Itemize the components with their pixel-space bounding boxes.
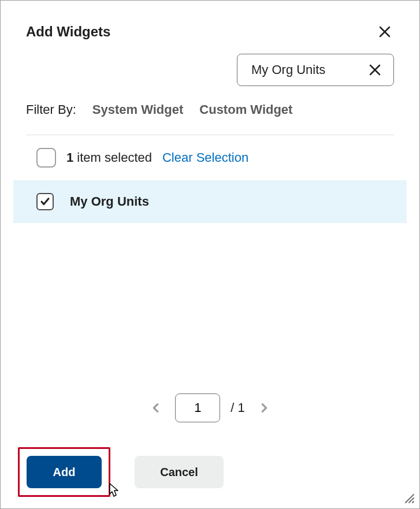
search-value: My Org Units: [251, 62, 325, 77]
select-all-checkbox[interactable]: [36, 148, 56, 168]
dialog-title: Add Widgets: [26, 24, 110, 40]
page-input[interactable]: [175, 393, 220, 422]
selection-count: 1: [66, 150, 73, 165]
next-page-button[interactable]: [255, 397, 273, 418]
filter-row: Filter By: System Widget Custom Widget: [26, 102, 394, 135]
resize-grip-icon[interactable]: [403, 492, 415, 504]
filter-label: Filter By:: [26, 102, 76, 117]
search-chip: My Org Units: [237, 54, 394, 86]
widget-result-row[interactable]: My Org Units: [13, 180, 407, 223]
selection-summary-row: 1 item selected Clear Selection: [26, 135, 394, 180]
chevron-left-icon: [150, 400, 162, 416]
close-icon: [368, 63, 382, 77]
annotation-highlight: Add: [18, 447, 110, 497]
svg-line-6: [412, 501, 414, 503]
close-button[interactable]: [376, 23, 394, 41]
pagination: / 1: [1, 393, 419, 422]
page-total: / 1: [231, 400, 244, 415]
cursor-icon: [105, 482, 120, 500]
prev-page-button[interactable]: [147, 397, 165, 418]
filter-system-widget[interactable]: System Widget: [92, 102, 184, 117]
cancel-button[interactable]: Cancel: [135, 456, 224, 488]
chevron-right-icon: [258, 400, 270, 416]
widget-name: My Org Units: [70, 194, 149, 209]
filter-custom-widget[interactable]: Custom Widget: [199, 102, 292, 117]
clear-search-button[interactable]: [367, 62, 383, 78]
close-icon: [378, 25, 392, 39]
selection-count-text: 1 item selected: [66, 150, 152, 165]
add-button[interactable]: Add: [27, 456, 102, 488]
selection-suffix: item selected: [73, 150, 152, 165]
widget-checkbox[interactable]: [36, 193, 54, 210]
dialog-actions: Add Cancel: [18, 447, 224, 497]
dialog-header: Add Widgets: [26, 23, 394, 41]
clear-selection-button[interactable]: Clear Selection: [162, 150, 248, 165]
add-widgets-dialog: Add Widgets My Org Units Filter By: Syst…: [0, 0, 420, 509]
search-row: My Org Units: [26, 54, 394, 86]
